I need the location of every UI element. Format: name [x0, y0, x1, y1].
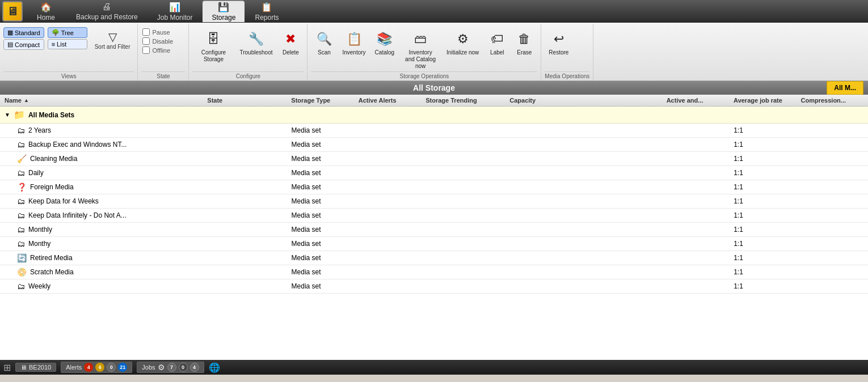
troubleshoot-btn[interactable]: 🔧 Troubleshoot — [235, 27, 276, 58]
table-row[interactable]: 🗂 Monthy Media set 1:1 — [0, 237, 868, 251]
col-header-trending[interactable]: Storage Trending — [425, 97, 509, 104]
tree-icon: 🌳 — [52, 29, 60, 36]
pause-checkbox-label[interactable]: Pause — [142, 28, 170, 36]
list-view-btn[interactable]: ≡ List — [48, 39, 87, 49]
restore-btn[interactable]: ↩ Restore — [545, 27, 572, 58]
row-storage-type: Media set — [292, 126, 359, 134]
inventory-catalog-btn[interactable]: 🗃 Inventory and Catalog now — [399, 27, 441, 71]
row-icon: ❓ — [17, 182, 27, 192]
row-avg-rate: 1:1 — [734, 155, 800, 163]
state-group: Pause Disable Offline State — [138, 24, 189, 80]
delete-icon: ✖ — [281, 30, 300, 48]
label-icon: 🏷 — [488, 30, 506, 48]
nav-tab-backup-restore[interactable]: 🖨 Backup and Restore — [67, 1, 147, 22]
storage-icon: 💾 — [218, 2, 229, 12]
alerts-blue-badge: 21 — [118, 363, 127, 372]
row-avg-rate: 1:1 — [734, 141, 800, 148]
compact-view-btn[interactable]: ▤ Compact — [3, 39, 44, 50]
col-header-state[interactable]: State — [207, 97, 291, 104]
row-icon: 🗂 — [17, 211, 25, 220]
row-name: Scratch Media — [30, 268, 74, 276]
pause-checkbox[interactable] — [142, 28, 150, 36]
col-header-capacity[interactable]: Capacity — [509, 97, 666, 104]
erase-btn[interactable]: 🗑 Erase — [511, 27, 537, 58]
row-avg-rate: 1:1 — [734, 254, 800, 262]
home-icon: 🏠 — [40, 2, 52, 12]
table-row[interactable]: 🔄 Retired Media Media set 1:1 — [0, 251, 868, 265]
row-name: Daily — [28, 169, 44, 177]
table-row[interactable]: 🗂 Keep Data for 4 Weeks Media set 1:1 — [0, 194, 868, 209]
table-row[interactable]: 📀 Scratch Media Media set 1:1 — [0, 265, 868, 279]
scan-btn[interactable]: 🔍 Scan — [311, 27, 337, 58]
media-ops-label: Media Operations — [545, 71, 589, 80]
table-row[interactable]: 🗂 Keep Data Infinitely - Do Not A... Med… — [0, 209, 868, 223]
delete-btn[interactable]: ✖ Delete — [277, 27, 304, 58]
table-row[interactable]: 🗂 Monthly Media set 1:1 — [0, 223, 868, 237]
row-name: Retired Media — [30, 254, 73, 262]
restore-icon: ↩ — [550, 30, 568, 48]
table-row[interactable]: 🗂 2 Years Media set 1:1 — [0, 124, 868, 138]
row-icon: 🗂 — [17, 225, 25, 234]
expand-arrow[interactable]: ▼ — [5, 112, 10, 118]
row-storage-type: Media set — [292, 282, 359, 290]
label-btn[interactable]: 🏷 Label — [484, 27, 510, 58]
jobs-status[interactable]: Jobs ⚙ 7 0 4 — [137, 362, 204, 373]
catalog-btn[interactable]: 📚 Catalog — [371, 27, 398, 58]
standard-view-btn[interactable]: ▦ Standard — [3, 27, 44, 38]
alerts-status[interactable]: Alerts 4 6 0 21 — [61, 362, 132, 373]
row-name: Monthly — [28, 226, 52, 234]
col-header-active-and[interactable]: Active and... — [667, 97, 734, 104]
row-name: Foreign Media — [30, 183, 74, 191]
nav-tab-reports[interactable]: 📋 Reports — [246, 1, 288, 22]
col-header-alerts[interactable]: Active Alerts — [359, 97, 425, 104]
state-label: State — [141, 71, 185, 80]
alerts-yellow-badge: 6 — [95, 363, 104, 372]
table-row[interactable]: ❓ Foreign Media Media set 1:1 — [0, 180, 868, 194]
col-header-name[interactable]: Name — [0, 97, 207, 104]
all-media-button[interactable]: All M... — [827, 81, 863, 95]
row-avg-rate: 1:1 — [734, 226, 800, 234]
row-icon: 🗂 — [17, 126, 25, 135]
configure-storage-btn[interactable]: 🗄 Configure Storage — [192, 27, 234, 65]
sort-filter-btn[interactable]: ▽ Sort and Filter — [91, 27, 134, 53]
row-icon: 🗂 — [17, 168, 25, 177]
row-storage-type: Media set — [292, 155, 359, 163]
col-header-compression[interactable]: Compression... — [801, 97, 868, 104]
disable-checkbox-label[interactable]: Disable — [142, 37, 173, 45]
table-row[interactable]: 🧹 Cleaning Media Media set 1:1 — [0, 152, 868, 166]
offline-checkbox[interactable] — [142, 46, 150, 54]
filter-icon: ▽ — [108, 30, 117, 44]
reports-icon: 📋 — [261, 2, 272, 12]
table-row[interactable]: 🗂 Weekly Media set 1:1 — [0, 279, 868, 294]
initialize-now-btn[interactable]: ⚙ Initialize now — [443, 27, 483, 58]
configure-group: 🗄 Configure Storage 🔧 Troubleshoot ✖ Del… — [189, 24, 307, 80]
tree-view-btn[interactable]: 🌳 Tree — [48, 27, 87, 38]
table-row[interactable]: 🗂 Backup Exec and Windows NT... Media se… — [0, 138, 868, 152]
standard-icon: ▦ — [7, 29, 13, 36]
configure-storage-icon: 🗄 — [204, 30, 222, 48]
row-storage-type: Media set — [292, 197, 359, 205]
nav-tab-job-monitor[interactable]: 📊 Job Monitor — [148, 1, 202, 22]
row-icon: 🧹 — [17, 154, 27, 163]
storage-ops-group: 🔍 Scan 📋 Inventory 📚 Catalog 🗃 Inventory… — [307, 24, 541, 80]
configure-label: Configure — [192, 71, 304, 80]
row-icon: 🗂 — [17, 140, 25, 149]
row-name: Weekly — [28, 282, 50, 290]
nav-tab-home[interactable]: 🏠 Home — [26, 1, 66, 22]
col-header-avg-rate[interactable]: Average job rate — [734, 97, 800, 104]
inventory-btn[interactable]: 📋 Inventory — [338, 27, 369, 58]
windows-icon: ⊞ — [3, 362, 11, 373]
offline-checkbox-label[interactable]: Offline — [142, 46, 170, 54]
row-storage-type: Media set — [292, 141, 359, 148]
row-name: Keep Data for 4 Weeks — [28, 197, 99, 205]
row-avg-rate: 1:1 — [734, 183, 800, 191]
table-row[interactable]: 🗂 Daily Media set 1:1 — [0, 166, 868, 180]
disable-checkbox[interactable] — [142, 37, 150, 45]
row-avg-rate: 1:1 — [734, 211, 800, 219]
group-label: All Media Sets — [28, 111, 74, 119]
all-storage-bar: All Storage All M... — [0, 81, 868, 95]
nav-tab-storage[interactable]: 💾 Storage — [203, 1, 245, 22]
col-header-storage-type[interactable]: Storage Type — [291, 97, 358, 104]
group-row-all-media-sets[interactable]: ▼ 📁 All Media Sets — [0, 107, 868, 124]
be2010-status[interactable]: 🖥 BE2010 — [15, 363, 56, 372]
